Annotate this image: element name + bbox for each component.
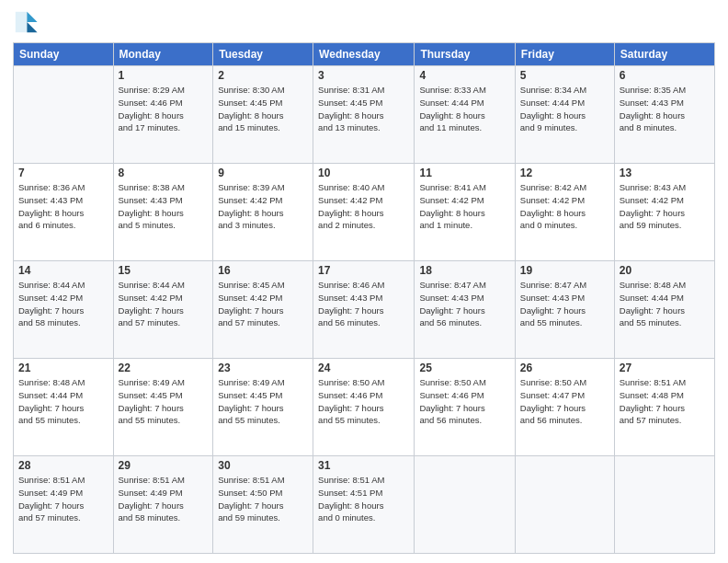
- column-header-friday: Friday: [515, 43, 614, 66]
- column-header-thursday: Thursday: [415, 43, 515, 66]
- calendar-cell: 24Sunrise: 8:50 AMSunset: 4:46 PMDayligh…: [313, 359, 415, 456]
- calendar-cell: 31Sunrise: 8:51 AMSunset: 4:51 PMDayligh…: [313, 456, 415, 554]
- day-info: Sunrise: 8:40 AMSunset: 4:42 PMDaylight:…: [318, 181, 409, 232]
- calendar-cell: [14, 66, 114, 164]
- day-number: 6: [620, 69, 710, 82]
- day-number: 13: [620, 167, 710, 179]
- calendar-cell: 9Sunrise: 8:39 AMSunset: 4:42 PMDaylight…: [213, 164, 313, 261]
- day-info: Sunrise: 8:46 AMSunset: 4:43 PMDaylight:…: [318, 279, 409, 329]
- calendar-cell: 10Sunrise: 8:40 AMSunset: 4:42 PMDayligh…: [313, 164, 415, 261]
- calendar-cell: 20Sunrise: 8:48 AMSunset: 4:44 PMDayligh…: [614, 261, 714, 359]
- calendar-header-row: SundayMondayTuesdayWednesdayThursdayFrid…: [14, 43, 715, 66]
- day-number: 11: [419, 167, 509, 179]
- day-info: Sunrise: 8:34 AMSunset: 4:44 PMDaylight:…: [520, 84, 609, 134]
- day-info: Sunrise: 8:50 AMSunset: 4:46 PMDaylight:…: [318, 376, 409, 427]
- day-info: Sunrise: 8:48 AMSunset: 4:44 PMDaylight:…: [620, 279, 710, 329]
- day-number: 29: [119, 459, 209, 472]
- calendar-cell: [415, 456, 515, 554]
- day-number: 31: [318, 459, 409, 472]
- day-number: 10: [318, 167, 409, 179]
- day-number: 28: [18, 459, 108, 472]
- day-number: 14: [18, 264, 108, 277]
- day-info: Sunrise: 8:44 AMSunset: 4:42 PMDaylight:…: [119, 279, 209, 329]
- day-info: Sunrise: 8:33 AMSunset: 4:44 PMDaylight:…: [419, 84, 509, 134]
- day-number: 12: [520, 167, 609, 179]
- day-number: 3: [318, 69, 409, 82]
- day-number: 2: [218, 69, 308, 82]
- calendar-cell: 5Sunrise: 8:34 AMSunset: 4:44 PMDaylight…: [515, 66, 614, 164]
- day-number: 26: [520, 362, 609, 374]
- day-info: Sunrise: 8:31 AMSunset: 4:45 PMDaylight:…: [318, 84, 409, 134]
- calendar-week-3: 14Sunrise: 8:44 AMSunset: 4:42 PMDayligh…: [14, 261, 715, 359]
- calendar-week-4: 21Sunrise: 8:48 AMSunset: 4:44 PMDayligh…: [14, 359, 715, 456]
- day-info: Sunrise: 8:30 AMSunset: 4:45 PMDaylight:…: [218, 84, 308, 134]
- day-info: Sunrise: 8:51 AMSunset: 4:48 PMDaylight:…: [620, 376, 710, 427]
- header: [13, 9, 715, 35]
- day-info: Sunrise: 8:51 AMSunset: 4:50 PMDaylight:…: [218, 474, 308, 524]
- day-info: Sunrise: 8:47 AMSunset: 4:43 PMDaylight:…: [520, 279, 609, 329]
- calendar-cell: 19Sunrise: 8:47 AMSunset: 4:43 PMDayligh…: [515, 261, 614, 359]
- day-info: Sunrise: 8:39 AMSunset: 4:42 PMDaylight:…: [218, 181, 308, 232]
- calendar-cell: 2Sunrise: 8:30 AMSunset: 4:45 PMDaylight…: [213, 66, 313, 164]
- calendar-cell: 30Sunrise: 8:51 AMSunset: 4:50 PMDayligh…: [213, 456, 313, 554]
- day-info: Sunrise: 8:48 AMSunset: 4:44 PMDaylight:…: [18, 376, 108, 427]
- day-number: 5: [520, 69, 609, 82]
- calendar-cell: 23Sunrise: 8:49 AMSunset: 4:45 PMDayligh…: [213, 359, 313, 456]
- calendar-cell: 25Sunrise: 8:50 AMSunset: 4:46 PMDayligh…: [415, 359, 515, 456]
- calendar-week-2: 7Sunrise: 8:36 AMSunset: 4:43 PMDaylight…: [14, 164, 715, 261]
- column-header-tuesday: Tuesday: [213, 43, 313, 66]
- calendar-cell: 21Sunrise: 8:48 AMSunset: 4:44 PMDayligh…: [14, 359, 114, 456]
- day-info: Sunrise: 8:47 AMSunset: 4:43 PMDaylight:…: [419, 279, 509, 329]
- day-info: Sunrise: 8:50 AMSunset: 4:46 PMDaylight:…: [419, 376, 509, 427]
- calendar-cell: 12Sunrise: 8:42 AMSunset: 4:42 PMDayligh…: [515, 164, 614, 261]
- day-number: 18: [419, 264, 509, 277]
- calendar-cell: 27Sunrise: 8:51 AMSunset: 4:48 PMDayligh…: [614, 359, 714, 456]
- calendar-week-1: 1Sunrise: 8:29 AMSunset: 4:46 PMDaylight…: [14, 66, 715, 164]
- day-number: 16: [218, 264, 308, 277]
- calendar-cell: 18Sunrise: 8:47 AMSunset: 4:43 PMDayligh…: [415, 261, 515, 359]
- day-info: Sunrise: 8:51 AMSunset: 4:49 PMDaylight:…: [18, 474, 108, 524]
- calendar-cell: [614, 456, 714, 554]
- day-number: 4: [419, 69, 509, 82]
- calendar-cell: 3Sunrise: 8:31 AMSunset: 4:45 PMDaylight…: [313, 66, 415, 164]
- column-header-saturday: Saturday: [614, 43, 714, 66]
- column-header-monday: Monday: [113, 43, 213, 66]
- day-info: Sunrise: 8:29 AMSunset: 4:46 PMDaylight:…: [119, 84, 209, 134]
- logo-icon: [13, 9, 39, 35]
- day-info: Sunrise: 8:49 AMSunset: 4:45 PMDaylight:…: [119, 376, 209, 427]
- calendar-week-5: 28Sunrise: 8:51 AMSunset: 4:49 PMDayligh…: [14, 456, 715, 554]
- day-info: Sunrise: 8:49 AMSunset: 4:45 PMDaylight:…: [218, 376, 308, 427]
- calendar-cell: 14Sunrise: 8:44 AMSunset: 4:42 PMDayligh…: [14, 261, 114, 359]
- column-header-sunday: Sunday: [14, 43, 114, 66]
- day-info: Sunrise: 8:43 AMSunset: 4:42 PMDaylight:…: [620, 181, 710, 232]
- calendar-cell: 4Sunrise: 8:33 AMSunset: 4:44 PMDaylight…: [415, 66, 515, 164]
- calendar-cell: 6Sunrise: 8:35 AMSunset: 4:43 PMDaylight…: [614, 66, 714, 164]
- day-info: Sunrise: 8:45 AMSunset: 4:42 PMDaylight:…: [218, 279, 308, 329]
- calendar-table: SundayMondayTuesdayWednesdayThursdayFrid…: [13, 42, 715, 554]
- day-number: 8: [119, 167, 209, 179]
- calendar-cell: [515, 456, 614, 554]
- day-info: Sunrise: 8:38 AMSunset: 4:43 PMDaylight:…: [119, 181, 209, 232]
- calendar-cell: 17Sunrise: 8:46 AMSunset: 4:43 PMDayligh…: [313, 261, 415, 359]
- day-info: Sunrise: 8:35 AMSunset: 4:43 PMDaylight:…: [620, 84, 710, 134]
- day-number: 7: [18, 167, 108, 179]
- day-info: Sunrise: 8:41 AMSunset: 4:42 PMDaylight:…: [419, 181, 509, 232]
- day-number: 23: [218, 362, 308, 374]
- day-info: Sunrise: 8:36 AMSunset: 4:43 PMDaylight:…: [18, 181, 108, 232]
- calendar-cell: 8Sunrise: 8:38 AMSunset: 4:43 PMDaylight…: [113, 164, 213, 261]
- day-number: 21: [18, 362, 108, 374]
- calendar-cell: 28Sunrise: 8:51 AMSunset: 4:49 PMDayligh…: [14, 456, 114, 554]
- calendar-cell: 7Sunrise: 8:36 AMSunset: 4:43 PMDaylight…: [14, 164, 114, 261]
- calendar-cell: 16Sunrise: 8:45 AMSunset: 4:42 PMDayligh…: [213, 261, 313, 359]
- svg-marker-0: [27, 12, 37, 22]
- calendar-cell: 22Sunrise: 8:49 AMSunset: 4:45 PMDayligh…: [113, 359, 213, 456]
- svg-rect-2: [16, 12, 28, 32]
- day-info: Sunrise: 8:42 AMSunset: 4:42 PMDaylight:…: [520, 181, 609, 232]
- day-number: 30: [218, 459, 308, 472]
- logo: [13, 9, 42, 35]
- day-info: Sunrise: 8:51 AMSunset: 4:51 PMDaylight:…: [318, 474, 409, 524]
- day-info: Sunrise: 8:51 AMSunset: 4:49 PMDaylight:…: [119, 474, 209, 524]
- calendar-cell: 29Sunrise: 8:51 AMSunset: 4:49 PMDayligh…: [113, 456, 213, 554]
- day-number: 19: [520, 264, 609, 277]
- calendar-cell: 26Sunrise: 8:50 AMSunset: 4:47 PMDayligh…: [515, 359, 614, 456]
